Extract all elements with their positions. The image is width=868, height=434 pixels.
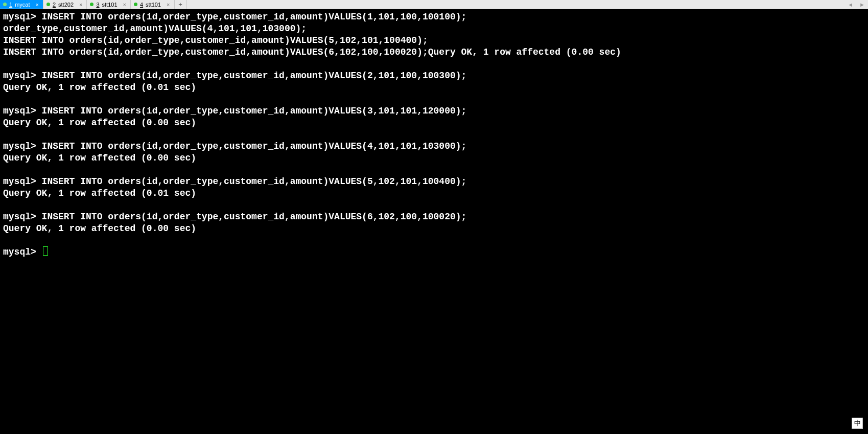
tab-label: stt202 bbox=[58, 2, 74, 8]
tab-scroll-right-icon[interactable]: ► bbox=[856, 2, 868, 8]
terminal-line: Query OK, 1 row affected (0.00 sec) bbox=[3, 117, 865, 129]
tab-number: 1 bbox=[9, 2, 12, 8]
tab-stt101[interactable]: 4stt101× bbox=[131, 0, 175, 9]
terminal-line: Query OK, 1 row affected (0.01 sec) bbox=[3, 188, 865, 199]
terminal-line bbox=[3, 129, 865, 141]
terminal-line bbox=[3, 58, 865, 70]
tab-bar: 1mycat×2stt202×3stt101×4stt101×+◄► bbox=[0, 0, 868, 9]
tab-label: stt101 bbox=[146, 2, 161, 8]
terminal-line: mysql> bbox=[3, 246, 865, 258]
tab-number: 2 bbox=[53, 2, 56, 8]
new-tab-button[interactable]: + bbox=[175, 0, 187, 9]
terminal-line: order_type,customer_id,amount)VALUES(4,1… bbox=[3, 23, 865, 35]
terminal-line: mysql> INSERT INTO orders(id,order_type,… bbox=[3, 211, 865, 223]
tab-scroll-left-icon[interactable]: ◄ bbox=[844, 2, 856, 8]
tab-nav: ◄► bbox=[844, 0, 868, 9]
terminal-line: INSERT INTO orders(id,order_type,custome… bbox=[3, 47, 865, 58]
tab-stt101[interactable]: 3stt101× bbox=[87, 0, 131, 9]
close-icon[interactable]: × bbox=[32, 2, 38, 8]
terminal-line bbox=[3, 164, 865, 176]
close-icon[interactable]: × bbox=[120, 2, 126, 8]
ime-indicator[interactable]: 中 bbox=[852, 418, 863, 429]
status-dot-icon bbox=[90, 3, 93, 6]
tab-number: 3 bbox=[96, 2, 99, 8]
tab-number: 4 bbox=[140, 2, 143, 8]
close-icon[interactable]: × bbox=[163, 2, 170, 8]
status-dot-icon bbox=[3, 3, 7, 6]
status-dot-icon bbox=[134, 3, 137, 6]
terminal-line: mysql> INSERT INTO orders(id,order_type,… bbox=[3, 70, 865, 82]
tab-label: stt101 bbox=[102, 2, 118, 8]
tab-mycat[interactable]: 1mycat× bbox=[0, 0, 43, 9]
terminal-line bbox=[3, 94, 865, 105]
tab-stt202[interactable]: 2stt202× bbox=[43, 0, 87, 9]
close-icon[interactable]: × bbox=[76, 2, 82, 8]
status-dot-icon bbox=[46, 3, 50, 6]
terminal-line: mysql> INSERT INTO orders(id,order_type,… bbox=[3, 141, 865, 152]
terminal-line bbox=[3, 235, 865, 246]
terminal-line: mysql> INSERT INTO orders(id,order_type,… bbox=[3, 11, 865, 23]
cursor-icon bbox=[43, 246, 48, 256]
terminal-line: Query OK, 1 row affected (0.00 sec) bbox=[3, 152, 865, 164]
terminal-line: mysql> INSERT INTO orders(id,order_type,… bbox=[3, 176, 865, 188]
terminal-line bbox=[3, 199, 865, 211]
tab-label: mycat bbox=[15, 2, 30, 8]
terminal-output[interactable]: mysql> INSERT INTO orders(id,order_type,… bbox=[0, 9, 868, 434]
terminal-line: Query OK, 1 row affected (0.00 sec) bbox=[3, 223, 865, 235]
terminal-line: INSERT INTO orders(id,order_type,custome… bbox=[3, 35, 865, 47]
terminal-line: Query OK, 1 row affected (0.01 sec) bbox=[3, 82, 865, 94]
terminal-line: mysql> INSERT INTO orders(id,order_type,… bbox=[3, 105, 865, 117]
